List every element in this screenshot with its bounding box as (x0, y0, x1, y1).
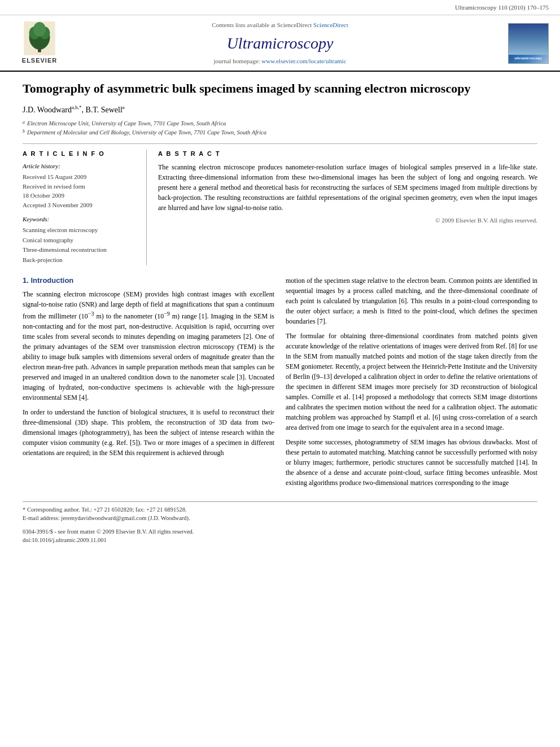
body-right-column: motion of the specimen stage relative to… (286, 276, 537, 492)
paper-content: Tomography of asymmetric bulk specimens … (0, 72, 560, 556)
aff-a-letter: a (23, 119, 25, 128)
section1-right-para1: motion of the specimen stage relative to… (286, 276, 537, 326)
abstract-text: The scanning electron microscope produce… (158, 162, 537, 213)
received-date: Received 15 August 2009 (23, 172, 137, 182)
journal-cover-image: ultramicroscopy (508, 23, 549, 64)
authors-line: J.D. Woodwarda,b,*, B.T. Sewella (23, 104, 537, 116)
article-history: Article history: Received 15 August 2009… (23, 162, 137, 209)
aff-a-text: Electron Microscope Unit, University of … (27, 119, 226, 128)
section1-heading: 1. Introduction (23, 276, 274, 286)
article-info-abstract-section: A R T I C L E I N F O Article history: R… (23, 150, 537, 265)
header-divider (23, 143, 537, 144)
journal-cover-area: ultramicroscopy (492, 23, 549, 64)
journal-name: Ultramicroscopy (68, 32, 492, 55)
cover-bg (509, 24, 548, 55)
keyword-3: Three-dimensional reconstruction (23, 245, 137, 255)
section1-title: Introduction (30, 276, 73, 285)
section1-para1: The scanning electron microscope (SEM) p… (23, 289, 274, 403)
accepted-date: Accepted 3 November 2009 (23, 200, 137, 210)
keyword-4: Back-projection (23, 255, 137, 265)
author2-superscript: a (123, 104, 125, 110)
article-info-label: A R T I C L E I N F O (23, 150, 137, 159)
body-left-column: 1. Introduction The scanning electron mi… (23, 276, 274, 492)
footer-copyright: 0304-3991/$ - see front matter © 2009 El… (23, 527, 537, 544)
keywords-label: Keywords: (23, 215, 137, 224)
journal-ref-text: Ultramicroscopy 110 (2010) 170–175 (455, 4, 549, 11)
author2-name: , B.T. Sewell (81, 106, 122, 114)
affiliation-b: b Department of Molecular and Cell Biolo… (23, 128, 537, 137)
svg-point-5 (33, 22, 46, 37)
aff-b-letter: b (23, 128, 25, 137)
keyword-1: Scanning electron microscopy (23, 225, 137, 235)
section1-right-para3: Despite some successes, photogrammetry o… (286, 437, 537, 488)
abstract-column: A B S T R A C T The scanning electron mi… (158, 150, 537, 265)
corresponding-author-note: * Corresponding author. Tel.: +27 21 650… (23, 505, 537, 514)
doi-text: doi:10.1016/j.ultramic.2009.11.001 (23, 536, 537, 544)
keyword-2: Conical tomography (23, 235, 137, 246)
author1-name: J.D. Woodward (23, 106, 72, 114)
copyright-notice: © 2009 Elsevier B.V. All rights reserved… (158, 216, 537, 225)
elsevier-brand-text: ELSEVIER (22, 56, 57, 65)
abstract-label: A B S T R A C T (158, 150, 537, 159)
elsevier-logo-area: ELSEVIER (11, 21, 68, 65)
section1-para2: In order to understand the function of b… (23, 407, 274, 458)
article-info-column: A R T I C L E I N F O Article history: R… (23, 150, 147, 265)
article-title: Tomography of asymmetric bulk specimens … (23, 81, 537, 97)
email-note: E-mail address: jeremydavidwoodward@gmai… (23, 514, 537, 523)
journal-homepage-link[interactable]: www.elsevier.com/locate/ultramic (261, 58, 346, 64)
affiliation-a: a Electron Microscope Unit, University o… (23, 119, 537, 128)
license-text: 0304-3991/$ - see front matter © 2009 El… (23, 527, 537, 536)
section1-right-para2: The formulae for obtaining three-dimensi… (286, 331, 537, 433)
sciencedirect-link[interactable]: ScienceDirect (313, 21, 348, 28)
cover-title-text: ultramicroscopy (515, 55, 542, 61)
becomes-word: becomes (465, 469, 489, 477)
revised-label: Received in revised form (23, 182, 137, 191)
footer-area: * Corresponding author. Tel.: +27 21 650… (23, 501, 537, 545)
journal-header: ELSEVIER Contents lists available at Sci… (0, 15, 560, 72)
journal-homepage-label: journal homepage: www.elsevier.com/locat… (68, 57, 492, 66)
aff-b-text: Department of Molecular and Cell Biology… (27, 128, 266, 137)
author1-superscript: a,b,* (72, 104, 82, 110)
journal-title-area: Contents lists available at ScienceDirec… (68, 21, 492, 66)
sciencedirect-label: Contents lists available at ScienceDirec… (68, 21, 492, 30)
affiliations: a Electron Microscope Unit, University o… (23, 119, 537, 137)
keywords-section: Keywords: Scanning electron microscopy C… (23, 215, 137, 265)
journal-reference-bar: Ultramicroscopy 110 (2010) 170–175 (0, 0, 560, 15)
elsevier-tree-icon (23, 21, 56, 55)
section1-number: 1. (23, 276, 29, 285)
body-two-column: 1. Introduction The scanning electron mi… (23, 276, 537, 492)
revised-date: 18 October 2009 (23, 191, 137, 200)
page-container: Ultramicroscopy 110 (2010) 170–175 ELSEV… (0, 0, 560, 747)
elsevier-logo: ELSEVIER (11, 21, 68, 65)
history-label: Article history: (23, 162, 137, 171)
